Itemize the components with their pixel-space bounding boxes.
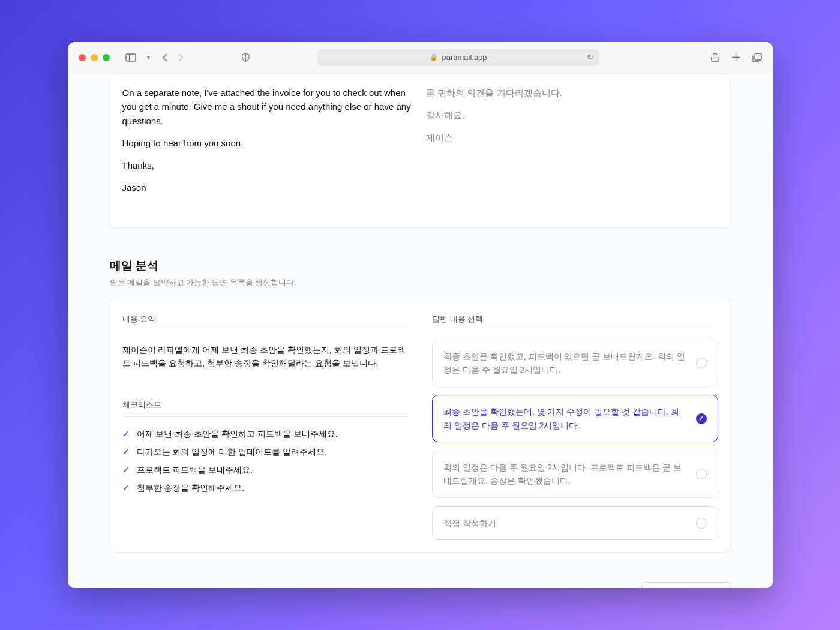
analysis-card: 내용 요약 제이슨이 라파엘에게 어제 보낸 최종 초안을 확인했는지, 회의 … — [110, 298, 731, 553]
email-signature: 제이슨 — [426, 131, 718, 145]
email-paragraph: 감사해요, — [426, 108, 718, 122]
section-title: 메일 분석 — [110, 258, 731, 274]
share-icon[interactable] — [710, 52, 719, 63]
reply-text: 직접 작성하기 — [443, 517, 688, 530]
footer-bar: 메일 생성하기 — [110, 571, 731, 588]
reply-option[interactable]: 최종 초안을 확인했고, 피드백이 있으면 곧 보내드릴게요. 회의 일정은 다… — [432, 340, 718, 387]
check-icon: ✓ — [122, 447, 130, 458]
reply-option-custom[interactable]: 직접 작성하기 — [432, 506, 718, 540]
browser-window: ▾ 🔒 paramail.app ↻ — [68, 42, 773, 588]
email-paragraph: On a separate note, I've attached the in… — [122, 86, 415, 128]
reply-text: 최종 초안을 확인했고, 피드백이 있으면 곧 보내드릴게요. 회의 일정은 다… — [443, 350, 688, 377]
privacy-shield-icon[interactable] — [241, 53, 250, 62]
summary-text: 제이슨이 라파엘에게 어제 보낸 최종 초안을 확인했는지, 회의 일정과 프로… — [122, 343, 409, 370]
summary-label: 내용 요약 — [122, 314, 409, 331]
url-text: paramail.app — [442, 53, 487, 62]
lock-icon: 🔒 — [430, 53, 438, 61]
back-button[interactable] — [162, 53, 167, 62]
reply-option[interactable]: 회의 일정은 다음 주 월요일 2시입니다. 프로젝트 피드백은 곧 보내드릴게… — [432, 451, 718, 498]
radio-checked-icon — [696, 413, 707, 424]
close-window-button[interactable] — [79, 54, 86, 61]
check-icon: ✓ — [122, 483, 130, 494]
email-paragraph: Hoping to hear from you soon. — [122, 136, 415, 150]
reply-option[interactable]: 최종 초안을 확인했는데, 몇 가지 수정이 필요할 것 같습니다. 회의 일정… — [432, 395, 718, 442]
titlebar: ▾ 🔒 paramail.app ↻ — [68, 42, 773, 73]
email-card: On a separate note, I've attached the in… — [110, 73, 731, 228]
checklist-text: 어제 보낸 최종 초안을 확인하고 피드백을 보내주세요. — [137, 429, 338, 440]
checklist-label: 체크리스트 — [122, 400, 409, 417]
radio-icon — [696, 358, 707, 368]
section-header: 메일 분석 받은 메일을 요약하고 가능한 답변 목록을 생성합니다. — [110, 258, 731, 288]
section-subtitle: 받은 메일을 요약하고 가능한 답변 목록을 생성합니다. — [110, 277, 731, 288]
check-icon: ✓ — [122, 465, 130, 476]
forward-button[interactable] — [178, 53, 184, 62]
reply-text: 최종 초안을 확인했는데, 몇 가지 수정이 필요할 것 같습니다. 회의 일정… — [443, 405, 688, 432]
checklist: ✓ 어제 보낸 최종 초안을 확인하고 피드백을 보내주세요. ✓ 다가오는 회… — [122, 429, 409, 494]
reply-text: 회의 일정은 다음 주 월요일 2시입니다. 프로젝트 피드백은 곧 보내드릴게… — [443, 461, 688, 488]
email-paragraph: Thanks, — [122, 158, 415, 172]
checklist-item: ✓ 어제 보낸 최종 초안을 확인하고 피드백을 보내주세요. — [122, 429, 409, 440]
page-content: On a separate note, I've attached the in… — [68, 73, 773, 588]
checklist-item: ✓ 프로젝트 피드백을 보내주세요. — [122, 465, 409, 476]
checklist-text: 다가오는 회의 일정에 대한 업데이트를 알려주세요. — [137, 447, 327, 458]
checklist-item: ✓ 첨부한 송장을 확인해주세요. — [122, 483, 409, 494]
maximize-window-button[interactable] — [103, 54, 110, 61]
email-signature: Jason — [122, 181, 415, 194]
chevron-down-icon[interactable]: ▾ — [147, 54, 150, 61]
svg-rect-5 — [755, 53, 761, 60]
traffic-lights — [79, 54, 110, 61]
reply-label: 답변 내용 선택 — [432, 314, 718, 331]
checklist-text: 프로젝트 피드백을 보내주세요. — [137, 465, 253, 476]
new-tab-icon[interactable] — [731, 52, 740, 63]
checklist-item: ✓ 다가오는 회의 일정에 대한 업데이트를 알려주세요. — [122, 447, 409, 458]
generate-email-button[interactable]: 메일 생성하기 — [641, 582, 731, 588]
radio-icon — [696, 518, 707, 529]
sidebar-toggle-icon[interactable] — [125, 53, 136, 62]
analysis-left: 내용 요약 제이슨이 라파엘에게 어제 보낸 최종 초안을 확인했는지, 회의 … — [122, 314, 409, 541]
email-paragraph: 곧 귀하의 의견을 기다리겠습니다. — [426, 86, 718, 100]
minimize-window-button[interactable] — [91, 54, 98, 61]
email-original: On a separate note, I've attached the in… — [122, 86, 415, 203]
email-translation: 곧 귀하의 의견을 기다리겠습니다. 감사해요, 제이슨 — [426, 86, 718, 203]
checklist-text: 첨부한 송장을 확인해주세요. — [137, 483, 245, 494]
svg-rect-0 — [126, 54, 136, 61]
refresh-icon[interactable]: ↻ — [587, 53, 593, 62]
check-icon: ✓ — [122, 429, 130, 440]
url-bar[interactable]: 🔒 paramail.app ↻ — [317, 49, 599, 66]
radio-icon — [696, 469, 707, 479]
analysis-right: 답변 내용 선택 최종 초안을 확인했고, 피드백이 있으면 곧 보내드릴게요.… — [432, 314, 718, 541]
tabs-icon[interactable] — [752, 52, 762, 63]
